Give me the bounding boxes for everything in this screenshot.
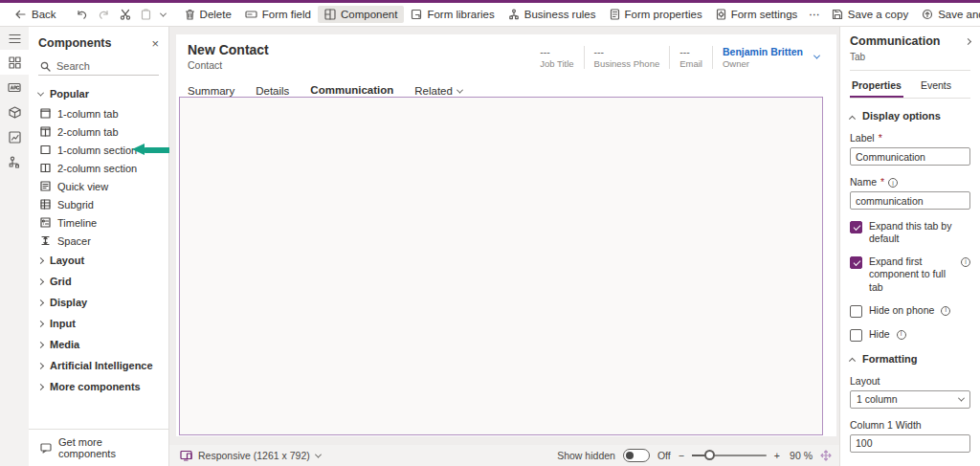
checkbox-row-expand-first-component: Expand first component to full tab	[850, 255, 970, 293]
business-rules-button[interactable]: Business rules	[501, 6, 603, 23]
column-width-input[interactable]	[850, 434, 970, 453]
header-expand-chevron-icon[interactable]	[813, 53, 820, 59]
command-bar: Back Delete Form field Component Form li…	[0, 3, 980, 27]
checkbox-row-hide: Hide	[850, 328, 970, 342]
group-artificial-intelligence[interactable]: Artificial Intelligence	[29, 355, 168, 376]
component-item-label: Quick view	[57, 181, 108, 192]
form-field-button[interactable]: Form field	[238, 6, 318, 23]
hamburger-menu-button[interactable]	[0, 27, 29, 50]
delete-button[interactable]: Delete	[178, 6, 238, 23]
undo-button[interactable]	[71, 6, 93, 23]
trash-icon	[185, 9, 195, 20]
clipboard-dropdown[interactable]	[156, 10, 170, 20]
components-search[interactable]	[38, 57, 159, 76]
header-field-business-phone[interactable]: --- Business Phone	[585, 46, 671, 69]
form-libraries-button[interactable]: Form libraries	[404, 6, 501, 23]
component-item-label: Subgrid	[57, 199, 94, 211]
form-settings-button[interactable]: Form settings	[709, 6, 805, 23]
form-properties-button[interactable]: Form properties	[603, 6, 709, 23]
back-button[interactable]: Back	[8, 6, 63, 23]
fit-to-screen-icon[interactable]	[820, 450, 832, 461]
component-item-subgrid[interactable]: Subgrid	[29, 195, 168, 213]
component-item-2-column-tab[interactable]: 2-column tab	[29, 122, 168, 141]
owner-link[interactable]: Benjamin Britten	[723, 46, 803, 57]
rail-components-button[interactable]	[0, 50, 29, 75]
components-search-input[interactable]	[56, 60, 152, 72]
info-icon[interactable]	[897, 330, 906, 340]
component-item-1-column-section[interactable]: 1-column section	[29, 141, 168, 159]
components-panel-title: Components	[38, 36, 111, 50]
rail-tree-view-button[interactable]	[0, 100, 29, 124]
close-icon[interactable]: ×	[151, 37, 159, 50]
group-input[interactable]: Input	[29, 313, 168, 334]
name-input[interactable]	[850, 191, 970, 210]
group-layout[interactable]: Layout	[29, 250, 168, 271]
get-more-components-button[interactable]: Get more components	[29, 429, 168, 466]
component-item-1-column-tab[interactable]: 1-column tab	[29, 104, 168, 122]
group-display[interactable]: Display	[29, 292, 168, 313]
left-icon-rail	[0, 27, 29, 466]
component-item-2-column-section[interactable]: 2-column section	[29, 159, 168, 177]
layout-select[interactable]: 1 column	[850, 390, 970, 409]
component-button[interactable]: Component	[318, 6, 404, 23]
hide-on-phone-checkbox[interactable]	[850, 305, 862, 318]
group-more-components[interactable]: More components	[29, 376, 168, 397]
group-grid[interactable]: Grid	[29, 271, 168, 292]
rail-business-rules-button[interactable]	[0, 149, 29, 174]
redo-button[interactable]	[93, 6, 115, 23]
zoom-out-button[interactable]: −	[679, 450, 684, 461]
component-item-timeline[interactable]: Timeline	[29, 213, 168, 232]
component-item-label: 1-column tab	[57, 108, 119, 120]
zoom-slider[interactable]	[692, 449, 767, 462]
more-ellipsis-icon: ⋯	[809, 8, 820, 21]
component-item-quick-view[interactable]: Quick view	[29, 177, 168, 195]
form-entity-name: Contact	[188, 59, 269, 71]
chevron-down-icon	[37, 89, 44, 96]
tab-events[interactable]: Events	[919, 73, 953, 98]
form-field-icon	[245, 9, 257, 20]
delete-label: Delete	[200, 9, 232, 20]
tab-properties[interactable]: Properties	[850, 73, 903, 98]
component-item-label: Spacer	[57, 235, 91, 247]
rail-form-fields-button[interactable]	[0, 75, 29, 100]
hamburger-icon	[9, 33, 21, 44]
group-label: Layout	[50, 255, 84, 266]
chevron-down-icon	[457, 86, 463, 93]
zoom-in-button[interactable]: +	[774, 450, 780, 461]
form-record-header: New Contact Contact	[188, 42, 269, 71]
hide-checkbox[interactable]	[850, 329, 862, 342]
paste-button[interactable]	[136, 6, 156, 23]
group-media[interactable]: Media	[29, 334, 168, 355]
section-display-options[interactable]: Display options	[850, 110, 970, 122]
info-icon[interactable]	[888, 178, 898, 188]
cut-button[interactable]	[115, 6, 136, 23]
save-and-publish-button[interactable]: Save and publish	[915, 6, 980, 23]
responsive-size-label[interactable]: Responsive (1261 x 792)	[198, 450, 310, 461]
form-tab-label: Summary	[188, 85, 234, 97]
chevron-down-icon[interactable]	[315, 451, 322, 457]
layout-select-value: 1 column	[857, 393, 898, 405]
required-asterisk: *	[880, 176, 884, 188]
collapse-panel-chevron-icon[interactable]	[965, 37, 971, 44]
group-popular-label: Popular	[50, 88, 89, 100]
show-hidden-toggle[interactable]	[623, 449, 650, 462]
rail-chart-button[interactable]	[0, 124, 29, 149]
label-input[interactable]	[850, 147, 970, 166]
header-field-value: ---	[679, 46, 702, 57]
search-icon	[40, 61, 51, 72]
component-item-spacer[interactable]: Spacer	[29, 232, 168, 250]
info-icon[interactable]	[961, 257, 970, 267]
more-commands-button[interactable]: ⋯	[804, 5, 825, 24]
group-popular[interactable]: Popular	[29, 83, 168, 104]
section-formatting[interactable]: Formatting	[850, 353, 970, 365]
header-field-email[interactable]: --- Email	[670, 46, 713, 69]
selected-tab-content-area[interactable]	[179, 97, 823, 435]
info-icon[interactable]	[941, 306, 950, 316]
expand-first-component-checkbox[interactable]	[850, 256, 862, 269]
header-field-job-title[interactable]: --- Job Title	[530, 46, 584, 69]
save-a-copy-button[interactable]: Save a copy	[825, 6, 915, 23]
layout-field-caption: Layout	[850, 375, 970, 387]
expand-tab-default-checkbox[interactable]	[850, 221, 862, 233]
chevron-right-icon	[37, 341, 44, 347]
header-field-owner[interactable]: Benjamin Britten Owner	[713, 46, 813, 69]
